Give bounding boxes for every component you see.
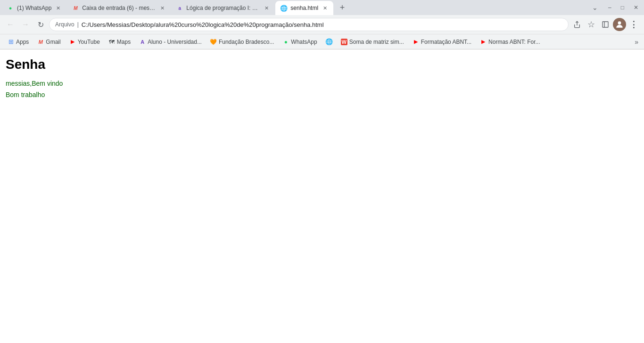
tab-whatsapp[interactable]: ● (1) WhatsApp ✕ xyxy=(2,1,66,15)
address-protocol: Arquivo xyxy=(55,21,74,28)
bookmark-label-aluno: Aluno - Universidad... xyxy=(148,39,202,45)
bookmark-favicon-abnt2: ▶ xyxy=(480,39,487,45)
browser-chrome: ● (1) WhatsApp ✕ M Caixa de entrada (6) … xyxy=(0,0,644,49)
bookmarks-more-button[interactable]: » xyxy=(633,37,640,47)
bookmark-label-apps: Apps xyxy=(16,39,29,45)
bookmark-abnt2[interactable]: ▶ Normas ABNT: For... xyxy=(476,37,544,47)
bookmark-aluno[interactable]: A Aluno - Universidad... xyxy=(135,37,206,47)
bookmark-favicon-bradesco: 🧡 xyxy=(210,39,217,45)
address-bar[interactable]: Arquivo | C:/Users/Messias/Desktop/alura… xyxy=(49,18,569,31)
tab-close-gmail[interactable]: ✕ xyxy=(158,4,166,12)
bookmark-bradesco[interactable]: 🧡 Fundação Bradesco... xyxy=(206,37,278,47)
tab-title-whatsapp: (1) WhatsApp xyxy=(17,5,51,11)
tab-close-senha[interactable]: ✕ xyxy=(321,4,329,12)
tab-favicon-senha: 🌐 xyxy=(280,4,288,12)
page-body-text: Bom trabalho xyxy=(6,91,638,98)
bookmark-label-soma: Soma de matriz sim... xyxy=(349,39,404,45)
bookmark-maps[interactable]: 🗺 Maps xyxy=(105,37,134,47)
tab-senha[interactable]: 🌐 senha.html ✕ xyxy=(275,1,333,15)
close-button[interactable]: ✕ xyxy=(632,3,640,12)
svg-point-3 xyxy=(618,21,621,24)
bookmark-gmail[interactable]: M Gmail xyxy=(33,37,64,47)
tab-list-button[interactable]: ⌄ xyxy=(589,2,601,13)
bookmark-favicon-maps: 🗺 xyxy=(108,39,115,45)
tab-title-gmail: Caixa de entrada (6) - messias.va... xyxy=(82,5,156,11)
bookmark-globe[interactable]: 🌐 xyxy=(322,37,336,47)
new-tab-button[interactable]: + xyxy=(336,1,349,14)
bookmark-favicon-whatsapp: ● xyxy=(282,39,289,45)
tab-close-logica[interactable]: ✕ xyxy=(263,4,270,12)
window-controls: ⌄ – □ ✕ xyxy=(586,0,644,15)
page-welcome-text: messias,Bem vindo xyxy=(6,80,638,87)
profile-avatar[interactable] xyxy=(613,18,626,31)
bookmark-favicon-aluno: A xyxy=(139,39,146,45)
tab-favicon-logica: a xyxy=(176,4,183,12)
bookmark-favicon-youtube: ▶ xyxy=(69,39,76,45)
tab-section: ● (1) WhatsApp ✕ M Caixa de entrada (6) … xyxy=(0,0,586,15)
share-button[interactable] xyxy=(570,18,584,31)
bookmark-favicon-abnt1: ▶ xyxy=(413,39,419,45)
svg-rect-1 xyxy=(603,22,608,27)
bookmark-favicon-gmail: M xyxy=(37,39,44,45)
bookmark-label-abnt2: Normas ABNT: For... xyxy=(488,39,540,45)
tab-close-whatsapp[interactable]: ✕ xyxy=(54,4,62,12)
address-url: C:/Users/Messias/Desktop/alura%20curso%2… xyxy=(82,21,562,28)
bookmark-youtube[interactable]: ▶ YouTube xyxy=(66,37,104,47)
bookmark-favicon-apps: ⊞ xyxy=(8,39,14,45)
layout-button[interactable] xyxy=(599,18,612,31)
bookmark-whatsapp[interactable]: ● WhatsApp xyxy=(279,37,321,47)
bookmark-soma[interactable]: W Soma de matriz sim... xyxy=(337,37,408,47)
tab-logica[interactable]: a Lógica de programação I: os prin... ✕ xyxy=(171,1,275,15)
address-separator: | xyxy=(77,21,79,28)
page-title: Senha xyxy=(6,57,638,72)
menu-button[interactable]: ⋮ xyxy=(627,18,640,31)
bookmark-apps[interactable]: ⊞ Apps xyxy=(4,37,33,47)
nav-bar: ← → ↻ Arquivo | C:/Users/Messias/Desktop… xyxy=(0,15,644,34)
tab-favicon-whatsapp: ● xyxy=(7,4,14,12)
bookmark-label-whatsapp: WhatsApp xyxy=(291,39,317,45)
nav-right-buttons: ☆ ⋮ xyxy=(570,18,640,31)
tab-favicon-gmail: M xyxy=(72,4,79,12)
bookmarks-bar: ⊞ Apps M Gmail ▶ YouTube 🗺 Maps A Aluno … xyxy=(0,34,644,49)
tab-bar-row: ● (1) WhatsApp ✕ M Caixa de entrada (6) … xyxy=(0,0,644,15)
page-content: Senha messias,Bem vindo Bom trabalho xyxy=(0,49,644,342)
reload-button[interactable]: ↻ xyxy=(34,18,47,31)
bookmark-favicon-globe: 🌐 xyxy=(326,39,332,45)
maximize-button[interactable]: □ xyxy=(619,3,626,12)
bookmark-label-gmail: Gmail xyxy=(46,39,60,45)
tab-title-senha: senha.html xyxy=(290,5,318,11)
forward-button[interactable]: → xyxy=(19,18,32,31)
tab-title-logica: Lógica de programação I: os prin... xyxy=(186,5,260,11)
back-button[interactable]: ← xyxy=(4,18,17,31)
bookmark-button[interactable]: ☆ xyxy=(585,18,598,31)
minimize-button[interactable]: – xyxy=(606,3,613,12)
bookmark-label-bradesco: Fundação Bradesco... xyxy=(219,39,274,45)
bookmark-favicon-soma: W xyxy=(341,39,347,45)
bookmark-label-abnt1: Formatação ABNT... xyxy=(421,39,471,45)
bookmark-abnt1[interactable]: ▶ Formatação ABNT... xyxy=(409,37,475,47)
tab-gmail[interactable]: M Caixa de entrada (6) - messias.va... ✕ xyxy=(67,1,171,15)
bookmark-label-maps: Maps xyxy=(117,39,131,45)
bookmark-label-youtube: YouTube xyxy=(78,39,100,45)
